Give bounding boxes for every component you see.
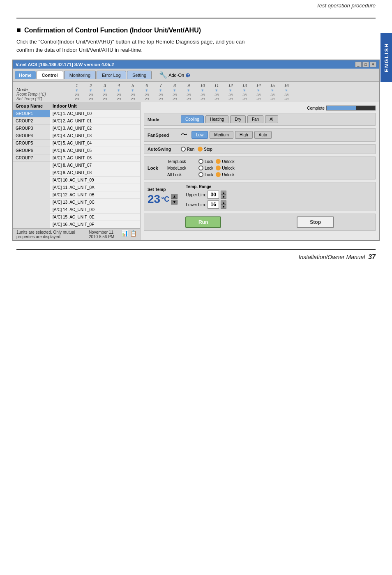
unit-temp-13: 2323 xyxy=(242,93,247,101)
unit-item[interactable]: [A/C] 5. AC_UNIT_04 xyxy=(50,140,140,147)
autoswing-run-radio[interactable] xyxy=(181,147,186,152)
stop-button[interactable]: Stop xyxy=(297,216,334,228)
minimize-button[interactable]: _ xyxy=(355,62,362,67)
lock-unlock-label: Unlock xyxy=(222,172,235,177)
unit-item[interactable]: [A/C] 11. AC_UNIT_0A xyxy=(50,184,140,191)
lower-limit-row: Lower Lim: 16 ▲ ▼ xyxy=(186,200,226,209)
mode-label: Mode xyxy=(148,117,178,122)
unit-item[interactable]: [A/C] 7. AC_UNIT_06 xyxy=(50,154,140,162)
upper-up-arrow[interactable]: ▲ xyxy=(221,191,226,195)
unit-item[interactable]: [A/C] 8. AC_UNIT_07 xyxy=(50,162,140,169)
unit-item[interactable]: [A/C] 13. AC_UNIT_0C xyxy=(50,199,140,206)
autoswing-stop-label: Stop xyxy=(204,147,212,152)
lock-lock-radio[interactable] xyxy=(198,166,203,170)
fanspeed-btn-low[interactable]: Low xyxy=(191,131,208,139)
tab-error-log[interactable]: Error Log xyxy=(97,71,126,79)
lower-limit-label: Lower Lim: xyxy=(186,202,206,207)
unit-item[interactable]: [A/C] 12. AC_UNIT_0B xyxy=(50,191,140,199)
close-button[interactable]: ✕ xyxy=(370,62,376,67)
upper-down-arrow[interactable]: ▼ xyxy=(221,195,226,199)
group-item-group7[interactable]: GROUP7 xyxy=(13,154,50,162)
unit-icon-13: ✳ xyxy=(243,88,246,92)
temp-value: 23 xyxy=(148,193,160,206)
lock-lock-radio[interactable] xyxy=(198,172,203,177)
lock-unlock-option[interactable]: Unlock xyxy=(216,166,235,170)
unit-item[interactable]: [A/C] 9. AC_UNIT_08 xyxy=(50,169,140,177)
status-icons: November 11, 2010 8:56 PM 📊 📋 xyxy=(89,230,137,239)
unit-item[interactable]: [A/C] 16. AC_UNIT_0F xyxy=(50,221,140,228)
unit-icon-7: ✳ xyxy=(159,88,162,92)
fanspeed-btn-auto[interactable]: Auto xyxy=(254,131,272,139)
mode-btn-fan[interactable]: Fan xyxy=(247,115,263,123)
unit-icon-11: ✳ xyxy=(215,88,218,92)
group-item-group4[interactable]: GROUP4 xyxy=(13,132,50,140)
lower-up-arrow[interactable]: ▲ xyxy=(221,200,226,205)
lock-lock-option[interactable]: Lock xyxy=(198,166,213,170)
lock-unlock-option[interactable]: Unlock xyxy=(216,172,235,177)
mode-btn-dry[interactable]: Dry xyxy=(230,115,246,123)
unit-num-13: 13 xyxy=(242,83,247,88)
unit-num-2: 2 xyxy=(90,83,92,88)
temp-up-arrow[interactable]: ▲ xyxy=(171,194,178,199)
fanspeed-btn-high[interactable]: High xyxy=(235,131,253,139)
mode-btn-cooling[interactable]: Cooling xyxy=(181,115,204,123)
lower-down-arrow[interactable]: ▼ xyxy=(221,205,226,209)
lock-lock-label: Lock xyxy=(205,166,213,170)
lock-lock-option[interactable]: Lock xyxy=(198,172,213,177)
autoswing-run-option[interactable]: Run xyxy=(181,147,194,152)
progress-bar xyxy=(326,106,376,110)
unit-temp-16: 2323 xyxy=(284,93,288,101)
unit-icon-15: ✳ xyxy=(271,88,274,92)
autoswing-run-label: Run xyxy=(187,147,194,152)
unit-col-8: 8 ✳ 2323 xyxy=(168,83,182,101)
group-item-group1[interactable]: GROUP1 xyxy=(13,110,50,117)
unit-item[interactable]: [A/C] 15. AC_UNIT_0E xyxy=(50,214,140,221)
fanspeed-row: FanSpeed 〜 LowMediumHighAuto xyxy=(144,128,376,142)
lock-unlock-option[interactable]: Unlock xyxy=(216,159,235,164)
unit-item[interactable]: [A/C] 1. AC_UNIT_00 xyxy=(50,110,140,117)
temp-display: 23 °C xyxy=(148,193,169,206)
mode-btn-ai[interactable]: AI xyxy=(265,115,278,123)
autoswing-radio-group: Run Stop xyxy=(181,147,212,152)
group-item-group2[interactable]: GROUP2 xyxy=(13,117,50,125)
tab-control[interactable]: Control xyxy=(37,71,63,79)
autoswing-stop-option[interactable]: Stop xyxy=(198,147,212,152)
autoswing-stop-radio[interactable] xyxy=(198,147,203,152)
temp-unit: °C xyxy=(161,195,169,204)
lock-unlock-radio[interactable] xyxy=(216,166,221,170)
unit-item[interactable]: [A/C] 14. AC_UNIT_0D xyxy=(50,206,140,214)
lock-section: Lock TempLock Lock Unlock ModeLock Lock … xyxy=(144,156,376,179)
lock-lock-radio[interactable] xyxy=(198,159,203,164)
unit-num-8: 8 xyxy=(173,83,176,88)
nav-bar: Home Control Monitoring Error Log Settin… xyxy=(13,69,379,82)
unit-col-2: 2 ✳ 2323 xyxy=(84,83,98,101)
lock-lock-option[interactable]: Lock xyxy=(198,159,213,164)
unit-num-15: 15 xyxy=(270,83,274,88)
unit-icon-6: ✳ xyxy=(145,88,148,92)
group-item-group3[interactable]: GROUP3 xyxy=(13,125,50,132)
fanspeed-btn-medium[interactable]: Medium xyxy=(210,131,233,139)
unit-item[interactable]: [A/C] 3. AC_UNIT_02 xyxy=(50,125,140,132)
unit-temp-14: 2323 xyxy=(256,93,261,101)
unit-item[interactable]: [A/C] 2. AC_UNIT_01 xyxy=(50,117,140,125)
autoswing-label: AutoSwing xyxy=(148,147,178,152)
mode-btn-heating[interactable]: Heating xyxy=(205,115,228,123)
unit-item[interactable]: [A/C] 6. AC_UNIT_05 xyxy=(50,147,140,154)
run-button[interactable]: Run xyxy=(185,216,221,228)
unit-item[interactable]: [A/C] 4. AC_UNIT_03 xyxy=(50,132,140,140)
set-temp-label: Set Temp xyxy=(148,187,178,192)
unit-item[interactable]: [A/C] 10. AC_UNIT_09 xyxy=(50,177,140,184)
tab-setting[interactable]: Setting xyxy=(127,71,152,79)
lock-unlock-radio[interactable] xyxy=(216,159,221,164)
temp-down-arrow[interactable]: ▼ xyxy=(171,200,178,205)
tab-monitoring[interactable]: Monitoring xyxy=(64,71,96,79)
group-item-group5[interactable]: GROUP5 xyxy=(13,140,50,147)
datetime-text: November 11, 2010 8:56 PM xyxy=(89,230,120,239)
group-item-group6[interactable]: GROUP6 xyxy=(13,147,50,154)
unit-temp-9: 2323 xyxy=(187,93,191,101)
home-button[interactable]: Home xyxy=(15,71,36,79)
lock-unlock-radio[interactable] xyxy=(216,172,221,177)
unit-temp-11: 2323 xyxy=(214,93,219,101)
lock-sub-row-modelock: ModeLock Lock Unlock xyxy=(167,166,372,170)
maximize-button[interactable]: □ xyxy=(362,62,369,67)
